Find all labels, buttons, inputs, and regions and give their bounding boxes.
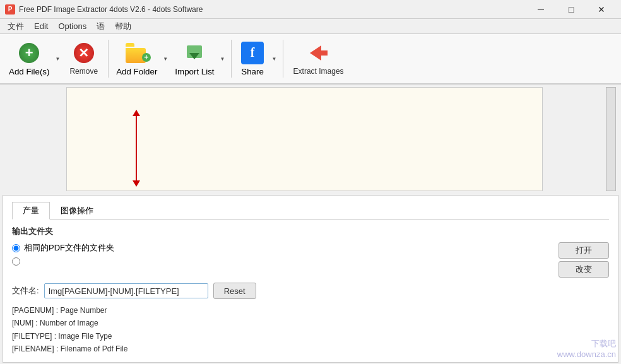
pdf-preview-pane xyxy=(66,87,543,191)
add-files-dropdown-arrow[interactable]: ▼ xyxy=(53,37,62,80)
bottom-panel: 产量 图像操作 输出文件夹 相同的PDF文件的文件夹 打开 xyxy=(3,195,618,363)
import-list-icon xyxy=(183,42,206,64)
svg-marker-2 xyxy=(310,45,328,61)
extract-images-button[interactable]: Extract Images xyxy=(287,37,350,80)
extract-images-label: Extract Images xyxy=(293,67,344,76)
minimize-button[interactable]: ─ xyxy=(526,0,555,19)
add-files-split-button[interactable]: + Add File(s) ▼ xyxy=(5,37,62,80)
add-folder-split-button[interactable]: + Add Folder ▼ xyxy=(112,37,170,80)
legend-text: [PAGENUM] : Page Number [NUM] : Number o… xyxy=(12,304,609,356)
menu-help[interactable]: 帮助 xyxy=(110,20,136,33)
main-content: 产量 图像操作 输出文件夹 相同的PDF文件的文件夹 打开 xyxy=(0,85,621,364)
title-bar: P Free PDF Image Extractor 4dots V2.6 - … xyxy=(0,0,621,19)
add-files-button[interactable]: + Add File(s) xyxy=(5,37,53,80)
legend-line-2: [NUM] : Number of Image xyxy=(12,317,609,329)
right-buttons: 打开 改变 xyxy=(559,242,609,278)
add-files-label: Add File(s) xyxy=(9,67,49,76)
change-button[interactable]: 改变 xyxy=(559,261,609,278)
import-list-button[interactable]: Import List xyxy=(171,37,218,80)
menu-bar: 文件 Edit Options 语 帮助 xyxy=(0,19,621,34)
radio-row-2 xyxy=(12,257,559,266)
add-files-icon: + xyxy=(18,42,40,64)
app-icon: P xyxy=(5,4,15,15)
reset-button[interactable]: Reset xyxy=(213,283,256,299)
window-controls: ─ □ ✕ xyxy=(526,0,616,19)
filename-label: 文件名: xyxy=(12,285,39,296)
output-folder-section-title: 输出文件夹 xyxy=(12,226,609,237)
toolbar-separator-2 xyxy=(231,40,232,78)
close-button[interactable]: ✕ xyxy=(587,0,616,19)
radio-same-folder-label: 相同的PDF文件的文件夹 xyxy=(24,242,114,254)
add-folder-button[interactable]: + Add Folder xyxy=(112,37,161,80)
vertical-scrollbar[interactable] xyxy=(606,87,616,191)
add-folder-dropdown-arrow[interactable]: ▼ xyxy=(161,37,170,80)
menu-file[interactable]: 文件 xyxy=(3,20,29,33)
legend-line-4: [FILENAME] : Filename of Pdf File xyxy=(12,343,609,355)
share-label: Share xyxy=(241,67,264,76)
maximize-button[interactable]: □ xyxy=(557,0,586,19)
radio-section: 相同的PDF文件的文件夹 xyxy=(12,242,559,269)
add-folder-label: Add Folder xyxy=(116,67,157,76)
import-list-split-button[interactable]: Import List ▼ xyxy=(171,37,227,80)
tab-image-ops[interactable]: 图像操作 xyxy=(50,202,104,220)
remove-icon: ✕ xyxy=(73,42,95,64)
radio-row-1: 相同的PDF文件的文件夹 xyxy=(12,242,559,254)
remove-button[interactable]: ✕ Remove xyxy=(63,37,104,80)
window-title: Free PDF Image Extractor 4dots V2.6 - 4d… xyxy=(19,5,526,14)
legend-line-1: [PAGENUM] : Page Number xyxy=(12,304,609,317)
remove-label: Remove xyxy=(69,67,98,76)
radio-custom-folder[interactable] xyxy=(12,257,20,266)
menu-options[interactable]: Options xyxy=(53,20,92,33)
legend-line-3: [FILETYPE] : Image File Type xyxy=(12,330,609,343)
add-folder-icon: + xyxy=(126,42,148,64)
toolbar-separator-3 xyxy=(283,40,283,78)
share-icon: f xyxy=(241,42,264,64)
share-button[interactable]: f Share xyxy=(235,37,270,80)
toolbar: + Add File(s) ▼ ✕ Remove + xyxy=(0,34,621,85)
radio-same-folder[interactable] xyxy=(12,244,20,252)
tab-bar: 产量 图像操作 xyxy=(12,202,609,220)
import-list-label: Import List xyxy=(175,67,214,76)
preview-area xyxy=(0,85,621,195)
share-split-button[interactable]: f Share ▼ xyxy=(235,37,279,80)
toolbar-separator-1 xyxy=(108,40,109,78)
filename-row: 文件名: Reset xyxy=(12,283,609,299)
output-folder-row: 相同的PDF文件的文件夹 打开 改变 xyxy=(12,242,609,278)
open-button[interactable]: 打开 xyxy=(559,242,609,259)
menu-edit[interactable]: Edit xyxy=(29,20,53,33)
tab-output[interactable]: 产量 xyxy=(12,202,50,220)
menu-lang[interactable]: 语 xyxy=(92,20,110,33)
import-list-dropdown-arrow[interactable]: ▼ xyxy=(218,37,227,80)
extract-images-icon xyxy=(307,42,330,64)
filename-input[interactable] xyxy=(44,283,208,298)
share-dropdown-arrow[interactable]: ▼ xyxy=(270,37,279,80)
